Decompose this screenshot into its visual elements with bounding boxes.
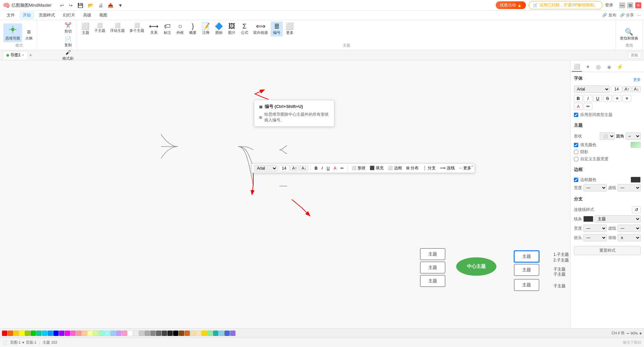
panel-apply-sametype-checkbox[interactable] [574, 113, 578, 117]
floating-border-btn[interactable]: ⬜ 边框 [386, 165, 403, 172]
panel-shape-dropdown[interactable]: ⬜ [600, 132, 615, 140]
color-pill[interactable] [156, 331, 161, 336]
panel-toggle[interactable]: 面板 [628, 52, 641, 59]
color-pill[interactable] [105, 331, 110, 336]
publish-link[interactable]: 🔗 发布 [602, 12, 616, 18]
color-pill[interactable] [93, 331, 99, 336]
panel-tab-ai[interactable]: ◈ [604, 62, 614, 72]
panel-branch-line-style-select[interactable]: 主题 [595, 215, 641, 223]
color-pill[interactable] [36, 331, 42, 336]
color-pill[interactable] [167, 331, 173, 336]
ribbon-btn-topic[interactable]: ⬜ 主题 [79, 21, 92, 37]
open-button[interactable]: 📂 [86, 2, 95, 9]
ribbon-btn-bidirect[interactable]: ⟺ 双向链接 [251, 21, 270, 37]
ribbon-btn-findreplace[interactable]: 🔍 查找和替换 [618, 27, 640, 42]
minimize-button[interactable]: — [619, 2, 625, 8]
panel-shadow-checkbox[interactable] [574, 150, 578, 154]
color-pill[interactable] [190, 331, 196, 336]
sub-node-3-1[interactable]: 子主题 [553, 283, 566, 289]
input-method[interactable]: CH ∂ 简 [611, 331, 624, 336]
panel-border-color-checkbox[interactable] [574, 178, 578, 182]
color-pill[interactable] [42, 331, 47, 336]
panel-border-width-select[interactable]: — [583, 184, 607, 191]
panel-align-left-btn[interactable]: ≡ [613, 95, 622, 102]
color-pill[interactable] [31, 331, 36, 336]
ribbon-btn-relation[interactable]: ⟷ 关系 [147, 21, 161, 37]
panel-fill-color-checkbox[interactable] [574, 143, 578, 147]
color-pill[interactable] [65, 331, 70, 336]
tab-close-button[interactable]: × [22, 53, 24, 57]
menu-page-style[interactable]: 页面样式 [36, 11, 58, 19]
floating-font-size-input[interactable] [279, 165, 289, 172]
floating-line-btn[interactable]: ⟿ 连线 [438, 165, 456, 172]
ribbon-btn-more[interactable]: ⬜ 更多 [283, 21, 296, 37]
color-pill[interactable] [13, 331, 19, 336]
restore-button[interactable]: ⧉ [627, 2, 633, 8]
color-pill[interactable] [173, 331, 178, 336]
menu-start[interactable]: 开始 [19, 11, 34, 19]
panel-bold-btn[interactable]: B [574, 95, 583, 102]
floating-fontcolor-btn[interactable]: A [332, 165, 338, 171]
ribbon-btn-label[interactable]: 🏷 标注 [161, 21, 173, 37]
floating-font-size-up[interactable]: A↑ [290, 165, 299, 171]
panel-font-size-up[interactable]: A↑ [623, 86, 631, 92]
ribbon-btn-formula[interactable]: Σ 公式 [238, 21, 251, 37]
color-pill[interactable] [2, 331, 7, 336]
menu-file[interactable]: 文件 [3, 11, 18, 19]
ribbon-btn-subtopic[interactable]: ⬜ 子主题 [92, 21, 107, 35]
vip-button[interactable]: 🛒 试用已到期，开通VIP解锁限制。 [529, 1, 602, 9]
panel-branch-gradient-select[interactable]: ∧ [618, 234, 641, 241]
floating-distribute-btn[interactable]: ⊞ 分布 [405, 165, 420, 172]
floating-underline-btn[interactable]: U [325, 165, 331, 171]
tab-add-button[interactable]: + [29, 52, 32, 58]
panel-border-color-swatch[interactable] [631, 177, 641, 183]
right-node-1[interactable]: 主题 [514, 250, 539, 262]
panel-tab-style[interactable]: ✦ [583, 62, 593, 72]
panel-branch-connection-btn[interactable]: ↺ [632, 206, 641, 213]
color-pill[interactable] [162, 331, 167, 336]
panel-font-more[interactable]: 更多 [633, 77, 641, 82]
ribbon-btn-summary[interactable]: } 概要 [187, 21, 199, 37]
panel-underline-btn[interactable]: U [593, 95, 602, 102]
floating-more-btn[interactable]: ··· 更多 [458, 165, 473, 172]
print-button[interactable]: 🖨 [97, 2, 105, 9]
reset-style-button[interactable]: 重置样式 [574, 246, 641, 255]
color-pill[interactable] [133, 331, 139, 336]
color-pill[interactable] [59, 331, 64, 336]
left-node-2[interactable]: 主题 [420, 262, 445, 273]
floating-toolbar-close[interactable]: × [471, 164, 473, 168]
color-pill[interactable] [70, 331, 76, 336]
color-pill[interactable] [76, 331, 82, 336]
floating-shape-btn[interactable]: ⬜ 形状 [350, 165, 367, 172]
ribbon-btn-icon[interactable]: 🔷 图标 [213, 21, 225, 37]
canvas-area[interactable]: 中心主题 主题 主题 主题 主题 主题 主题 [0, 60, 570, 328]
panel-branch-arrow-select[interactable]: — [583, 234, 607, 241]
ribbon-btn-cut[interactable]: ✂️ 剪切 [61, 21, 75, 35]
floating-italic-btn[interactable]: I [320, 165, 324, 171]
color-pill[interactable] [110, 331, 116, 336]
panel-fontcolor-btn[interactable]: A [574, 103, 583, 110]
color-pill[interactable] [230, 331, 235, 336]
panel-tab-properties[interactable]: ⬜ [572, 62, 582, 72]
color-pill[interactable] [184, 331, 190, 336]
panel-font-size-down[interactable]: A↓ [632, 86, 641, 92]
color-pill[interactable] [99, 331, 104, 336]
color-pill[interactable] [179, 331, 184, 336]
save-button[interactable]: 💾 [76, 2, 85, 9]
sub-node-1-2[interactable]: 2.子主题 [553, 257, 569, 263]
color-pill[interactable] [116, 331, 121, 336]
ribbon-btn-mindmap[interactable]: 思维导图 [3, 23, 22, 42]
panel-custom-width-checkbox[interactable] [574, 157, 578, 161]
color-pill[interactable] [202, 331, 207, 336]
ribbon-btn-outer[interactable]: ○ 外框 [174, 21, 186, 37]
promo-button[interactable]: 优惠活动 🔥 [496, 1, 526, 9]
menu-slideshow[interactable]: 幻灯片 [60, 11, 78, 19]
color-pill[interactable] [139, 331, 144, 336]
redo-button[interactable]: ↪ [67, 2, 74, 9]
more-quick-button[interactable]: ▼ [116, 2, 124, 9]
right-node-2[interactable]: 主题 [514, 264, 539, 276]
floating-font-select[interactable]: Arial [254, 165, 277, 172]
left-node-3[interactable]: 主题 [420, 275, 445, 287]
panel-branch-width-select[interactable]: — [583, 225, 607, 232]
color-pill[interactable] [25, 331, 30, 336]
